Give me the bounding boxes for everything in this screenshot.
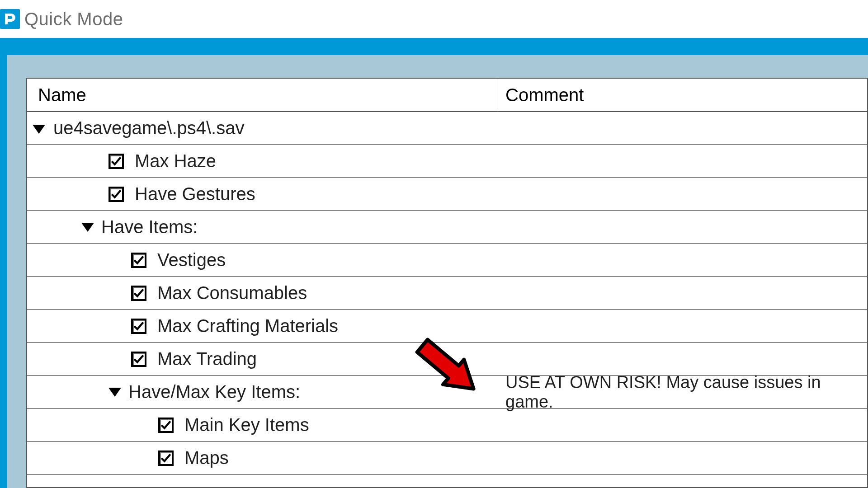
- column-name-label: Name: [38, 85, 86, 105]
- checkbox[interactable]: [158, 450, 174, 466]
- checkbox[interactable]: [158, 418, 174, 433]
- tree-row-max-haze[interactable]: Max Haze: [27, 145, 867, 178]
- window-title: Quick Mode: [24, 9, 123, 29]
- row-label: Maps: [184, 448, 229, 468]
- client-area: Name Comment ue4savegame\.ps4\.sav Max H…: [7, 55, 868, 488]
- tree-row-vestiges[interactable]: Vestiges: [27, 244, 867, 277]
- titlebar: Quick Mode: [0, 0, 868, 38]
- tree-row-main-key-items[interactable]: Main Key Items: [27, 409, 867, 442]
- tree-row-have-gestures[interactable]: Have Gestures: [27, 178, 867, 211]
- checkbox[interactable]: [108, 187, 124, 202]
- disclosure-icon[interactable]: [33, 121, 51, 136]
- row-label: Main Key Items: [184, 415, 309, 435]
- app-icon: [0, 9, 20, 29]
- tree-row-max-trading[interactable]: Max Trading: [27, 343, 867, 376]
- checkbox[interactable]: [131, 352, 146, 367]
- tree-row-max-crafting[interactable]: Max Crafting Materials: [27, 310, 867, 343]
- row-label: Have/Max Key Items:: [128, 382, 300, 402]
- column-name[interactable]: Name: [27, 79, 497, 111]
- row-label: Max Consumables: [157, 283, 307, 303]
- row-label: ue4savegame\.ps4\.sav: [53, 118, 244, 138]
- toolbar-band: [0, 38, 868, 55]
- row-label: Have Items:: [101, 217, 198, 237]
- row-label: Vestiges: [157, 250, 226, 270]
- tree-row-key-items[interactable]: Have/Max Key Items: USE AT OWN RISK! May…: [27, 376, 867, 409]
- row-label: Have Gestures: [135, 184, 255, 204]
- tree-row-have-items[interactable]: Have Items:: [27, 211, 867, 244]
- row-label: Max Crafting Materials: [157, 316, 338, 336]
- disclosure-icon[interactable]: [108, 388, 128, 397]
- checkbox[interactable]: [108, 154, 124, 169]
- tree-row-maps[interactable]: Maps: [27, 442, 867, 475]
- column-comment[interactable]: Comment: [497, 79, 867, 111]
- disclosure-icon[interactable]: [81, 223, 101, 232]
- grid-header: Name Comment: [27, 79, 867, 112]
- tree-row-max-consumables[interactable]: Max Consumables: [27, 277, 867, 310]
- checkbox[interactable]: [131, 253, 146, 268]
- tree-row-root[interactable]: ue4savegame\.ps4\.sav: [27, 112, 867, 145]
- row-label: Max Trading: [157, 349, 257, 369]
- column-comment-label: Comment: [505, 85, 584, 105]
- checkbox[interactable]: [131, 286, 146, 301]
- row-comment: USE AT OWN RISK! May cause issues in gam…: [505, 373, 867, 412]
- row-label: Max Haze: [135, 151, 216, 171]
- tree-grid: Name Comment ue4savegame\.ps4\.sav Max H…: [26, 78, 868, 488]
- checkbox[interactable]: [131, 319, 146, 334]
